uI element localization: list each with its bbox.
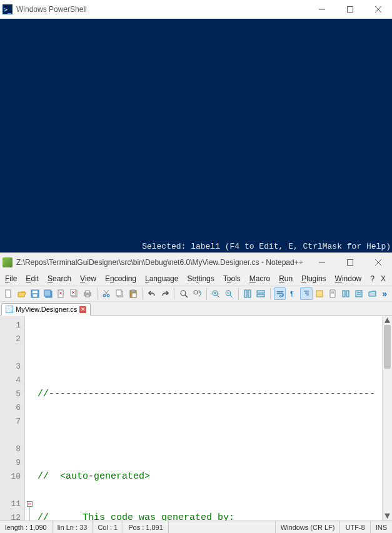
folder-workspace-icon[interactable] xyxy=(366,287,378,300)
toolbar-separator xyxy=(238,288,239,299)
menu-file[interactable]: File xyxy=(1,273,21,284)
menu-plugins[interactable]: Plugins xyxy=(298,273,329,284)
doc-map-icon[interactable] xyxy=(327,287,339,300)
line-number: 9 xyxy=(0,456,21,470)
scrollbar-thumb[interactable] xyxy=(384,325,391,369)
svg-rect-10 xyxy=(33,291,38,293)
code-line: // This code was generated by: xyxy=(38,511,379,521)
redo-icon[interactable] xyxy=(159,287,171,300)
line-number: 1 xyxy=(0,319,21,332)
status-spacer xyxy=(169,521,276,533)
code-line: //--------------------------------------… xyxy=(38,387,379,401)
open-file-icon[interactable] xyxy=(16,287,28,300)
svg-text:¶: ¶ xyxy=(290,290,294,297)
menu-run[interactable]: Run xyxy=(275,273,296,284)
status-lines: lin Ln : 33 xyxy=(53,521,93,533)
svg-rect-55 xyxy=(343,291,345,297)
svg-rect-45 xyxy=(257,291,264,293)
menu-view[interactable]: View xyxy=(76,273,100,284)
toolbar-separator xyxy=(142,288,143,299)
menu-edit[interactable]: Edit xyxy=(22,273,43,284)
svg-line-34 xyxy=(185,295,188,297)
svg-line-26 xyxy=(104,290,109,296)
svg-rect-23 xyxy=(86,295,89,297)
sync-h-icon[interactable] xyxy=(255,287,267,300)
undo-icon[interactable] xyxy=(146,287,158,300)
svg-rect-14 xyxy=(58,290,63,297)
svg-rect-5 xyxy=(347,260,353,266)
line-number: 7 xyxy=(0,415,21,429)
save-icon[interactable] xyxy=(29,287,41,300)
menu-close-x[interactable]: X xyxy=(381,274,392,283)
line-number: 2 xyxy=(0,332,21,346)
toolbar-overflow-icon[interactable]: » xyxy=(379,289,389,299)
powershell-icon: >_ xyxy=(3,4,13,14)
zoom-in-icon[interactable] xyxy=(210,287,222,300)
user-lang-icon[interactable] xyxy=(314,287,326,300)
notepadpp-window-controls xyxy=(308,253,392,272)
func-list-icon[interactable] xyxy=(353,287,365,300)
status-eol[interactable]: Windows (CR LF) xyxy=(276,521,341,533)
terminal-status-line: Selected: label1 (F4 to Edit, E, CtrlMas… xyxy=(142,242,391,251)
menu-language[interactable]: Language xyxy=(141,273,182,284)
editor-area: 1 2 3 4 5 6 7 8 9 10 11 12 13 xyxy=(0,316,392,521)
scroll-up-icon[interactable]: ▲ xyxy=(383,316,392,325)
new-file-icon[interactable] xyxy=(3,287,14,300)
line-number: 3 xyxy=(0,360,21,374)
powershell-window: >_ Windows PowerShell Selected: label1 (… xyxy=(0,0,392,253)
menu-help[interactable]: ? xyxy=(366,273,378,284)
line-number: 12 xyxy=(0,511,21,521)
menu-settings[interactable]: Settings xyxy=(183,273,218,284)
doc-list-icon[interactable] xyxy=(340,287,352,300)
status-enc[interactable]: UTF-8 xyxy=(340,521,370,533)
menu-tools[interactable]: Tools xyxy=(219,273,244,284)
minimize-button[interactable] xyxy=(308,253,336,272)
line-number: 8 xyxy=(0,442,21,456)
maximize-button[interactable] xyxy=(336,253,364,272)
svg-rect-44 xyxy=(248,290,251,297)
code-editor[interactable]: //--------------------------------------… xyxy=(34,316,382,521)
menu-search[interactable]: Search xyxy=(44,273,75,284)
close-file-icon[interactable] xyxy=(56,287,68,300)
paste-icon[interactable] xyxy=(127,287,139,300)
svg-rect-32 xyxy=(132,293,136,297)
zoom-out-icon[interactable] xyxy=(223,287,235,300)
menu-bar: File Edit Search View Encoding Language … xyxy=(0,272,392,286)
close-button[interactable] xyxy=(364,253,392,272)
notepadpp-title: Z:\Repos\TerminalGuiDesigner\src\bin\Deb… xyxy=(16,258,308,267)
vertical-scrollbar[interactable]: ▲ ▼ xyxy=(382,316,392,521)
tab-close-icon[interactable]: ✕ xyxy=(79,306,86,313)
status-ins[interactable]: INS xyxy=(371,521,392,533)
close-button[interactable] xyxy=(364,0,392,19)
svg-line-27 xyxy=(104,290,108,296)
svg-line-39 xyxy=(217,295,219,297)
tab-myview-designer[interactable]: MyView.Designer.cs ✕ xyxy=(1,303,91,316)
wordwrap-icon[interactable] xyxy=(274,287,286,300)
fold-toggle-icon[interactable] xyxy=(27,501,33,507)
print-icon[interactable] xyxy=(82,287,94,300)
save-all-icon[interactable] xyxy=(42,287,54,300)
powershell-terminal-body[interactable]: Selected: label1 (F4 to Edit, E, CtrlMas… xyxy=(0,19,392,252)
menu-encoding[interactable]: Encoding xyxy=(101,273,140,284)
show-all-chars-icon[interactable]: ¶ xyxy=(287,287,299,300)
code-line: // <auto-generated> xyxy=(38,470,379,484)
maximize-button[interactable] xyxy=(336,0,364,19)
minimize-button[interactable] xyxy=(308,0,336,19)
toolbar-separator xyxy=(174,288,174,299)
sync-v-icon[interactable] xyxy=(242,287,254,300)
svg-rect-57 xyxy=(356,291,362,297)
fold-column xyxy=(25,316,34,521)
close-all-icon[interactable] xyxy=(69,287,81,300)
line-number: 10 xyxy=(0,470,21,484)
cut-icon[interactable] xyxy=(101,287,113,300)
indent-guide-icon[interactable] xyxy=(300,287,312,300)
scroll-down-icon[interactable]: ▼ xyxy=(383,512,392,521)
menu-window[interactable]: Window xyxy=(331,273,366,284)
find-icon[interactable] xyxy=(178,287,189,300)
copy-icon[interactable] xyxy=(114,287,126,300)
replace-icon[interactable] xyxy=(191,287,203,300)
menu-macro[interactable]: Macro xyxy=(246,273,274,284)
svg-rect-1 xyxy=(347,7,353,12)
notepadpp-icon xyxy=(3,257,13,267)
toolbar: ¶ » xyxy=(0,286,392,302)
